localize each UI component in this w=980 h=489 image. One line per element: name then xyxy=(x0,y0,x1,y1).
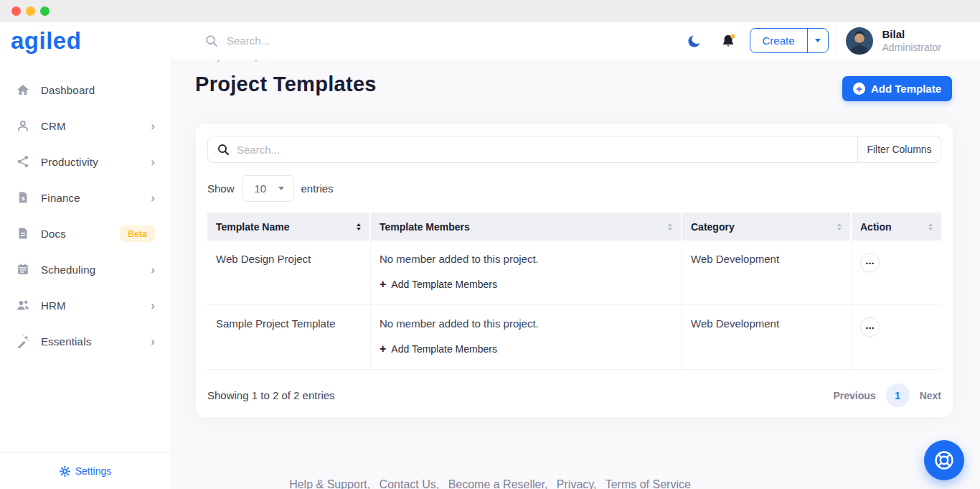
column-label: Template Members xyxy=(380,221,470,233)
avatar[interactable] xyxy=(846,27,873,55)
header-divider xyxy=(836,26,837,56)
separator: , xyxy=(367,478,370,489)
user-icon xyxy=(16,118,30,133)
chevron-right-icon: › xyxy=(151,335,155,348)
cell-category: Web Development xyxy=(682,305,852,369)
separator: , xyxy=(593,478,596,489)
sidebar-item-label: Scheduling xyxy=(41,264,95,276)
sidebar-item-essentials[interactable]: Essentials › xyxy=(0,323,171,359)
entries-label: entries xyxy=(301,182,334,195)
add-members-label: Add Template Members xyxy=(391,279,497,290)
search-icon xyxy=(217,144,230,156)
agiled-logo[interactable]: agiled xyxy=(0,27,171,55)
create-dropdown-toggle[interactable] xyxy=(807,29,828,52)
column-header-template-name[interactable]: Template Name xyxy=(207,213,371,241)
separator: , xyxy=(436,478,439,489)
close-window-button[interactable] xyxy=(11,6,21,16)
sidebar-item-scheduling[interactable]: Scheduling › xyxy=(0,251,171,287)
sort-icon[interactable] xyxy=(837,223,842,230)
column-label: Action xyxy=(860,221,892,233)
create-button[interactable]: Create xyxy=(750,29,807,52)
global-search xyxy=(171,34,687,47)
gear-icon xyxy=(60,466,70,477)
global-search-input[interactable] xyxy=(227,34,442,47)
chevron-down-icon xyxy=(815,39,821,42)
help-fab[interactable] xyxy=(924,440,964,480)
footer-link-terms[interactable]: Terms of Service xyxy=(606,478,691,489)
notifications-bell-icon[interactable] xyxy=(720,33,736,49)
add-template-button[interactable]: + Add Template xyxy=(842,76,952,101)
zoom-window-button[interactable] xyxy=(40,6,50,16)
sidebar-item-finance[interactable]: $ Finance › xyxy=(0,180,171,215)
chevron-right-icon: › xyxy=(151,299,155,312)
user-role: Administrator xyxy=(882,41,941,54)
sidebar-item-crm[interactable]: CRM › xyxy=(0,108,171,144)
sort-icon[interactable] xyxy=(668,223,672,230)
lifebuoy-icon xyxy=(933,449,956,472)
document-icon xyxy=(16,226,30,241)
sidebar-item-productivity[interactable]: Productivity › xyxy=(0,144,171,180)
settings-label: Settings xyxy=(75,465,112,477)
sidebar-item-label: Finance xyxy=(41,192,80,204)
cell-action: ... xyxy=(852,241,941,304)
column-header-template-members[interactable]: Template Members xyxy=(371,213,682,241)
footer-link-contact[interactable]: Contact Us xyxy=(380,478,436,489)
chevron-right-icon: › xyxy=(151,192,155,204)
wand-icon xyxy=(16,334,30,348)
settings-button[interactable]: Settings xyxy=(0,452,171,489)
page-size-row: Show 10 entries xyxy=(207,175,941,202)
more-options-icon: ... xyxy=(865,255,875,266)
sidebar-item-dashboard[interactable]: Dashboard xyxy=(0,72,171,108)
sidebar-item-hrm[interactable]: HRM › xyxy=(0,287,171,323)
page-number-button[interactable]: 1 xyxy=(886,383,910,407)
create-split-button: Create xyxy=(750,28,829,53)
sidebar-item-label: CRM xyxy=(41,120,66,132)
search-icon xyxy=(205,34,218,47)
plus-icon: + xyxy=(380,279,386,290)
dark-mode-icon[interactable] xyxy=(687,34,702,48)
more-options-icon: ... xyxy=(865,320,875,330)
previous-page-button[interactable]: Previous xyxy=(834,390,876,401)
column-header-action[interactable]: Action xyxy=(852,213,941,241)
svg-text:$: $ xyxy=(22,195,25,202)
add-template-label: Add Template xyxy=(871,83,941,95)
calendar-icon xyxy=(16,262,30,276)
filter-columns-button[interactable]: Filter Columns xyxy=(858,136,941,163)
cell-template-name: Web Design Project xyxy=(207,241,371,304)
column-header-category[interactable]: Category xyxy=(682,213,852,241)
macos-titlebar xyxy=(0,0,980,22)
page-size-select[interactable]: 10 xyxy=(242,175,294,202)
table-footer: Showing 1 to 2 of 2 entries Previous 1 N… xyxy=(207,383,941,407)
templates-table: Template Name Template Members Category … xyxy=(207,213,941,370)
plus-icon: + xyxy=(380,343,386,355)
sidebar-item-label: HRM xyxy=(41,299,66,312)
cell-category: Web Development xyxy=(682,241,852,304)
user-info[interactable]: Bilal Administrator xyxy=(882,27,941,54)
footer-link-help[interactable]: Help & Support xyxy=(289,478,367,489)
column-label: Template Name xyxy=(216,221,289,233)
add-template-members-link[interactable]: + Add Template Members xyxy=(380,343,673,355)
sidebar-item-label: Essentials xyxy=(41,335,91,348)
user-name: Bilal xyxy=(882,27,941,41)
row-actions-button[interactable]: ... xyxy=(860,253,880,272)
table-search-input[interactable] xyxy=(237,144,848,156)
invoice-icon: $ xyxy=(16,190,30,205)
minimize-window-button[interactable] xyxy=(26,6,35,16)
main-content: › Project Template Project Templates + A… xyxy=(172,60,980,489)
chevron-right-icon: › xyxy=(151,264,155,276)
sidebar-item-docs[interactable]: Docs Beta xyxy=(0,215,171,251)
cell-template-name: Sample Project Template xyxy=(207,305,371,369)
row-actions-button[interactable]: ... xyxy=(860,317,880,337)
footer-link-privacy[interactable]: Privacy xyxy=(557,478,593,489)
page-title: Project Templates xyxy=(195,73,377,96)
members-note: No member added to this project. xyxy=(380,317,673,330)
entries-summary: Showing 1 to 2 of 2 entries xyxy=(207,389,335,401)
add-template-members-link[interactable]: + Add Template Members xyxy=(380,279,673,290)
footer-link-reseller[interactable]: Become a Reseller xyxy=(448,478,545,489)
sort-icon[interactable] xyxy=(928,223,933,230)
sidebar: Dashboard CRM › Productivity › $ Finance… xyxy=(0,60,171,489)
page-size-value: 10 xyxy=(255,182,267,195)
show-label: Show xyxy=(207,182,235,195)
sort-icon[interactable] xyxy=(357,223,361,230)
next-page-button[interactable]: Next xyxy=(920,390,941,401)
